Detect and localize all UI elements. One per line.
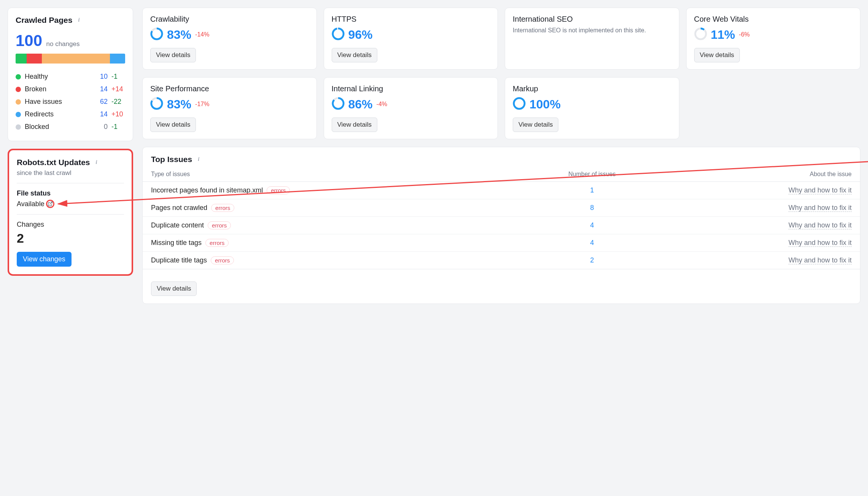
legend-row[interactable]: Broken14+14 (16, 83, 125, 95)
col-type: Type of issues (143, 168, 515, 182)
crawled-pages-card: Crawled Pages i 100 no changes Healthy10… (8, 8, 133, 141)
metric-value: 100% (529, 97, 561, 111)
info-icon[interactable]: i (93, 159, 100, 166)
crawled-no-changes: no changes (46, 40, 80, 48)
fix-link[interactable]: Why and how to fix it (789, 204, 852, 212)
crawled-legend: Healthy10-1Broken14+14Have issues62-22Re… (16, 70, 125, 133)
legend-count: 14 (96, 85, 108, 93)
metric-delta: -6% (739, 31, 750, 38)
issue-count[interactable]: 2 (590, 256, 594, 264)
legend-row[interactable]: Have issues62-22 (16, 95, 125, 108)
legend-label: Healthy (25, 73, 48, 81)
metric-title: Markup (513, 84, 671, 93)
changes-value: 2 (17, 231, 124, 246)
legend-count: 0 (96, 123, 108, 131)
metric-desc: International SEO is not implemented on … (513, 27, 671, 35)
svg-line-0 (50, 202, 52, 204)
bar-segment[interactable] (16, 54, 27, 64)
metric-value: 83% (167, 97, 191, 111)
metric-title: Crawlability (150, 15, 309, 24)
metric-card: Site Performance83%-17%View details (142, 77, 317, 139)
metric-value: 86% (348, 97, 373, 111)
legend-delta: +10 (111, 110, 125, 118)
view-details-button[interactable]: View details (694, 48, 740, 62)
view-details-button[interactable]: View details (513, 118, 558, 132)
table-row: Pages not crawlederrors8Why and how to f… (143, 199, 860, 217)
legend-dot-icon (16, 99, 21, 105)
file-status-value: Available (17, 200, 45, 208)
view-details-button[interactable]: View details (150, 48, 196, 62)
metric-title: Site Performance (150, 84, 309, 93)
bar-segment[interactable] (27, 54, 42, 64)
svg-point-12 (514, 98, 525, 109)
view-details-button[interactable]: View details (150, 118, 196, 132)
metric-delta: -4% (377, 101, 387, 108)
svg-point-4 (332, 29, 343, 39)
table-row: Missing title tagserrors4Why and how to … (143, 234, 860, 252)
issue-name[interactable]: Incorrect pages found in sitemap.xml (151, 186, 263, 194)
errors-pill: errors (208, 221, 231, 229)
legend-dot-icon (16, 87, 21, 92)
crawled-pages-title: Crawled Pages (16, 16, 72, 25)
fix-link[interactable]: Why and how to fix it (789, 186, 852, 194)
legend-dot-icon (16, 74, 21, 79)
metrics-row-2: Site Performance83%-17%View detailsInter… (142, 77, 860, 139)
issue-name[interactable]: Duplicate title tags (151, 256, 207, 264)
robots-title: Robots.txt Updates (17, 158, 90, 167)
issue-count[interactable]: 4 (590, 239, 594, 246)
issue-name[interactable]: Pages not crawled (151, 204, 207, 212)
view-details-button[interactable]: View details (332, 48, 377, 62)
donut-icon (513, 97, 526, 111)
issue-count[interactable]: 4 (590, 221, 594, 229)
metric-value: 11% (711, 28, 735, 42)
legend-count: 14 (96, 110, 108, 118)
changes-label: Changes (17, 221, 124, 229)
donut-icon (150, 27, 163, 42)
metric-title: Core Web Vitals (694, 15, 853, 24)
errors-pill: errors (205, 239, 229, 247)
legend-row[interactable]: Healthy10-1 (16, 70, 125, 83)
metric-title: Internal Linking (332, 84, 490, 93)
top-issues-title: Top Issues (151, 155, 192, 164)
errors-pill: errors (267, 186, 290, 194)
metric-title: HTTPS (332, 15, 490, 24)
metric-card: Core Web Vitals11%-6%View details (686, 8, 861, 70)
top-issues-card: Top Issues i Type of issues Number of is… (142, 147, 860, 304)
legend-label: Broken (25, 85, 46, 93)
donut-icon (150, 97, 163, 111)
metric-value: 83% (167, 28, 191, 42)
crawled-bar (16, 54, 125, 64)
fix-link[interactable]: Why and how to fix it (789, 256, 852, 264)
issues-table: Type of issues Number of issues About th… (143, 168, 860, 269)
metrics-row-1: Crawlability83%-14%View detailsHTTPS96%V… (142, 8, 860, 70)
legend-label: Have issues (25, 98, 62, 106)
robots-card: Robots.txt Updates i since the last craw… (8, 149, 133, 276)
table-row: Duplicate contenterrors4Why and how to f… (143, 217, 860, 234)
view-changes-button[interactable]: View changes (17, 252, 72, 267)
external-link-icon[interactable] (46, 200, 54, 208)
issue-name[interactable]: Missing title tags (151, 239, 202, 247)
info-icon[interactable]: i (75, 17, 82, 24)
errors-pill: errors (211, 204, 234, 212)
bar-segment[interactable] (42, 54, 110, 64)
crawled-total[interactable]: 100 (16, 32, 42, 50)
view-details-button[interactable]: View details (332, 118, 377, 132)
view-details-button[interactable]: View details (151, 281, 197, 296)
issue-count[interactable]: 8 (590, 204, 594, 211)
fix-link[interactable]: Why and how to fix it (789, 221, 852, 229)
fix-link[interactable]: Why and how to fix it (789, 239, 852, 247)
table-row: Duplicate title tagserrors2Why and how t… (143, 252, 860, 269)
legend-count: 62 (96, 98, 108, 106)
col-about: About the issue (669, 168, 860, 182)
info-icon[interactable]: i (195, 156, 202, 163)
legend-row[interactable]: Redirects14+10 (16, 108, 125, 121)
legend-dot-icon (16, 124, 21, 130)
legend-delta: -1 (111, 73, 125, 81)
issue-count[interactable]: 1 (590, 186, 594, 194)
issue-name[interactable]: Duplicate content (151, 221, 204, 229)
bar-segment[interactable] (110, 54, 125, 64)
table-row: Incorrect pages found in sitemap.xmlerro… (143, 182, 860, 199)
metric-delta: -17% (195, 101, 209, 108)
errors-pill: errors (211, 256, 234, 264)
legend-row[interactable]: Blocked0-1 (16, 121, 125, 133)
